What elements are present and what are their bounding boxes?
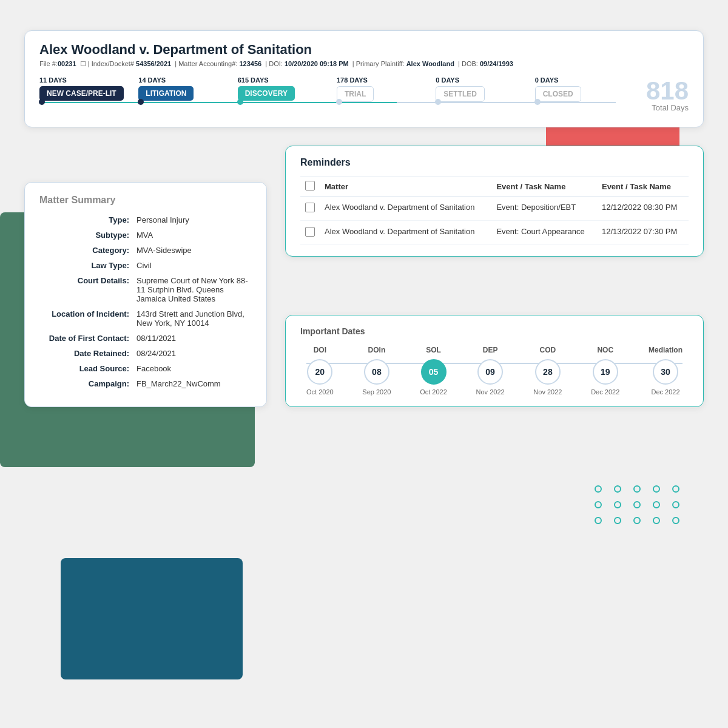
dot [595,501,602,508]
matter-value: 08/24/2021 [136,349,252,358]
matter-row: Location of Incident: 143rd Strett and J… [39,309,252,328]
reminders-tbody: Alex Woodland v. Department of Sanitatio… [300,197,689,245]
reminder-date: 12/13/2022 07:30 PM [597,221,689,245]
reminder-checkbox[interactable] [305,227,315,237]
doi: 10/20/2020 09:18 PM [285,60,349,67]
timeline-stage: 14 DAYS LITIGATION [138,76,237,101]
stage-badge: LITIGATION [138,86,194,101]
dates-timeline: DOI 20 Oct 2020 DOIn 08 Sep 2020 SOL 05 … [300,346,689,396]
stage-badge: TRIAL [337,86,374,102]
timeline-stage: 11 DAYS NEW CASE/PRE-LIT [39,76,138,101]
date-item: COD 28 Nov 2022 [533,346,562,396]
date-label: SOL [426,346,441,354]
date-circle: 19 [593,359,618,385]
stage-dot [39,99,45,105]
date-label: DOI [314,346,326,354]
timeline-line-filled [39,102,397,103]
matter-label: Court Details: [39,276,136,303]
matter-accounting: 123456 [239,60,261,67]
matter-value: Supreme Court of New York 88-11 Sutphin … [136,276,252,303]
date-label: NOC [597,346,613,354]
reminder-row: Alex Woodland v. Department of Sanitatio… [300,221,689,245]
matter-label: Type: [39,215,136,224]
select-all-checkbox[interactable] [305,181,315,190]
stage-days: 11 DAYS [39,76,67,84]
file-number: 00231 [58,60,76,67]
dot [614,501,621,508]
date-item: DOIn 08 Sep 2020 [362,346,391,396]
dot [614,517,621,524]
reminder-checkbox[interactable] [305,203,315,212]
stage-badge: SETTLED [436,86,485,102]
matter-value: Civil [136,261,252,270]
date-circle: 08 [364,359,389,385]
stage-dot [138,99,144,105]
date-item: NOC 19 Dec 2022 [591,346,619,396]
dot [672,485,679,493]
reminder-row: Alex Woodland v. Department of Sanitatio… [300,197,689,221]
matter-value: Personal Injury [136,215,252,224]
lower-section: Matter Summary Type: Personal Injury Sub… [24,146,704,407]
important-dates-card: Important Dates DOI 20 Oct 2020 DOIn 08 … [285,315,704,407]
stage-days: 178 DAYS [337,76,368,84]
total-days-label: Total Days [646,103,689,112]
date-label: Mediation [649,346,682,354]
index-docket: 54356/2021 [136,60,171,67]
date-sub: Dec 2022 [651,388,679,396]
dot [672,501,679,508]
date-sub: Dec 2022 [591,388,619,396]
stage-dot [534,99,541,105]
reminders-col-date: Event / Task Name [597,177,689,197]
timeline-stage: 0 DAYS SETTLED [436,76,534,102]
date-item: Mediation 30 Dec 2022 [649,346,682,396]
matter-value: 08/11/2021 [136,334,252,343]
matter-value: 143rd Strett and Junction Blvd, New York… [136,309,252,328]
matter-summary-card: Matter Summary Type: Personal Injury Sub… [24,182,267,407]
timeline-stage: 0 DAYS CLOSED [535,76,634,102]
date-sub: Sep 2020 [362,388,391,396]
stage-dot [435,99,441,105]
date-sub: Nov 2022 [476,388,505,396]
matter-value: MVA-Sideswipe [136,246,252,255]
reminder-event: Event: Court Appearance [491,221,597,245]
dot [653,517,660,524]
stage-days: 615 DAYS [238,76,269,84]
dot [633,501,641,508]
date-circle: 20 [307,359,332,385]
dot [633,485,641,493]
reminders-select-all-header[interactable] [300,177,320,197]
date-item: DEP 09 Nov 2022 [476,346,505,396]
matter-row: Type: Personal Injury [39,215,252,224]
timeline-stage: 178 DAYS TRIAL [337,76,436,102]
dob: 09/24/1993 [480,60,513,67]
matter-row: Subtype: MVA [39,231,252,240]
matter-label: Location of Incident: [39,309,136,328]
reminders-card: Reminders Matter Event / Task Name Event… [285,146,704,257]
timeline-stage: 615 DAYS DISCOVERY [238,76,337,101]
reminder-checkbox-cell[interactable] [300,197,320,221]
reminder-matter: Alex Woodland v. Department of Sanitatio… [320,221,491,245]
reminders-col-matter: Matter [320,177,491,197]
case-meta: File #:00231 ☐ | Index/Docket# 54356/202… [39,60,689,68]
matter-row: Date Retained: 08/24/2021 [39,349,252,358]
important-dates-title: Important Dates [300,326,689,336]
matter-label: Category: [39,246,136,255]
matter-row: Date of First Contact: 08/11/2021 [39,334,252,343]
reminder-event: Event: Deposition/EBT [491,197,597,221]
matter-summary-title: Matter Summary [39,195,252,206]
matter-row: Category: MVA-Sideswipe [39,246,252,255]
date-sub: Oct 2020 [306,388,334,396]
reminders-title: Reminders [300,157,689,168]
matter-fields: Type: Personal Injury Subtype: MVA Categ… [39,215,252,388]
reminders-table: Matter Event / Task Name Event / Task Na… [300,177,689,245]
case-header-card: Alex Woodland v. Department of Sanitatio… [24,30,704,127]
reminder-checkbox-cell[interactable] [300,221,320,245]
stage-badge: CLOSED [535,86,581,102]
case-title: Alex Woodland v. Department of Sanitatio… [39,42,689,58]
date-circle: 05 [421,359,447,385]
timeline: 11 DAYS NEW CASE/PRE-LIT 14 DAYS LITIGAT… [39,76,689,117]
stage-badge: DISCOVERY [238,86,295,101]
reminders-col-event: Event / Task Name [491,177,597,197]
date-label: DOIn [368,346,386,354]
matter-label: Lead Source: [39,364,136,373]
